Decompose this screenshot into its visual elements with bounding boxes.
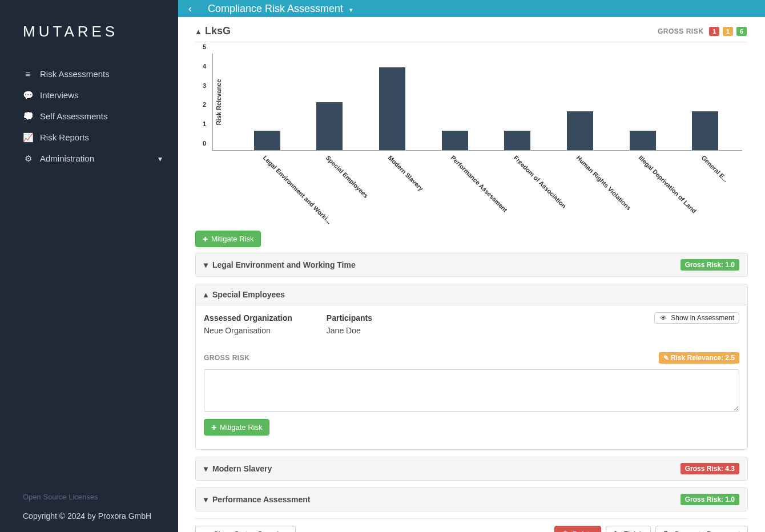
bar-slot <box>674 111 736 150</box>
button-label: Finish <box>623 530 643 532</box>
field-value: Jane Doe <box>327 326 372 335</box>
mitigate-risk-button[interactable]: Mitigate Risk <box>204 419 269 436</box>
bar[interactable] <box>379 67 405 150</box>
bubble-icon: 💭 <box>23 111 33 122</box>
x-tick: Modern Slavery <box>361 151 424 225</box>
x-axis-labels: Legal Environment and Worki...Special Em… <box>235 151 736 225</box>
bar[interactable] <box>567 111 593 150</box>
chevron-down-icon <box>204 495 208 504</box>
panel-title-text: Modern Slavery <box>212 464 272 473</box>
panel-header[interactable]: Performance Assessment Gross Risk: 1.0 <box>196 488 747 511</box>
section-toggle[interactable]: LksG <box>196 25 231 37</box>
file-icon: 🗎 <box>663 530 670 532</box>
x-tick: Legal Environment and Worki... <box>235 151 298 225</box>
list-icon: ≡ <box>23 69 33 79</box>
y-tick: 2 <box>203 101 206 108</box>
bar-slot <box>549 111 611 150</box>
panel-legal-environment: Legal Environment and Working Time Gross… <box>195 253 748 277</box>
panel-header[interactable]: Legal Environment and Working Time Gross… <box>196 253 747 276</box>
finish-button[interactable]: ⚑ Finish <box>606 526 651 532</box>
field-value: Neue Organisation <box>204 326 292 335</box>
show-status-overview-button[interactable]: ← Show Status Overview <box>195 526 296 532</box>
gross-risk-label: GROSS RISK <box>204 354 249 362</box>
topbar: ‹ Compliance Risk Assessment ▾ <box>178 0 765 17</box>
button-label: Show Status Overview <box>214 530 288 532</box>
plus-icon <box>203 235 208 243</box>
panel-modern-slavery: Modern Slavery Gross Risk: 4.3 <box>195 457 748 481</box>
copyright: Copyright © 2024 by Proxora GmbH <box>23 511 155 521</box>
chat-icon: 💬 <box>23 90 33 100</box>
panel-body: Assessed Organization Neue Organisation … <box>196 305 747 449</box>
panel-performance-assessment: Performance Assessment Gross Risk: 1.0 <box>195 487 748 511</box>
arrow-left-icon: ← <box>203 530 210 532</box>
sidebar-item-self-assessments[interactable]: 💭 Self Assessments <box>0 106 178 127</box>
gross-risk-badge: Gross Risk: 1.0 <box>681 259 739 271</box>
mitigate-risk-button[interactable]: Mitigate Risk <box>195 231 261 247</box>
sidebar-item-risk-assessments[interactable]: ≡ Risk Assessments <box>0 63 178 84</box>
x-tick: General E... <box>674 151 736 225</box>
section-title: LksG <box>205 25 231 37</box>
gross-badge-green: 6 <box>736 27 747 36</box>
button-label: Show in Assessment <box>671 314 734 322</box>
sidebar-footer: Open Source Licenses Copyright © 2024 by… <box>0 483 178 532</box>
sidebar-item-administration[interactable]: ⚙ Administration <box>0 148 178 169</box>
sidebar-item-interviews[interactable]: 💬 Interviews <box>0 84 178 106</box>
trash-icon: 🗑 <box>562 530 569 532</box>
back-icon[interactable]: ‹ <box>184 3 196 15</box>
chevron-up-icon <box>196 25 200 37</box>
chevron-down-icon <box>204 260 208 269</box>
flag-icon: ⚑ <box>613 530 620 532</box>
x-tick: Freedom of Association <box>486 151 549 225</box>
content: LksG GROSS RISK 1 1 6 Risk Relevance 012… <box>178 17 765 532</box>
risk-relevance-badge[interactable]: ✎ Risk Relevance: 2.5 <box>659 352 739 364</box>
page-title-dropdown[interactable]: Compliance Risk Assessment ▾ <box>208 3 353 15</box>
panel-header[interactable]: Modern Slavery Gross Risk: 4.3 <box>196 457 747 480</box>
generate-document-button[interactable]: 🗎 Generate Document <box>655 526 748 532</box>
y-axis-label: Risk Relevance <box>215 79 222 125</box>
bar-slot <box>611 131 674 150</box>
chevron-down-icon <box>158 154 162 163</box>
plus-icon <box>211 423 216 432</box>
sidebar-item-risk-reports[interactable]: 📈 Risk Reports <box>0 127 178 148</box>
panel-title-text: Performance Assessment <box>212 495 310 504</box>
chart-container: Risk Relevance 012345 Legal Environment … <box>195 48 748 225</box>
sidebar-item-label: Risk Reports <box>40 132 89 142</box>
panel-header[interactable]: Special Employees <box>196 284 747 305</box>
panel-title-text: Legal Environment and Working Time <box>212 260 356 269</box>
y-tick: 0 <box>203 140 206 147</box>
sidebar-item-label: Interviews <box>40 90 79 100</box>
bar-slot <box>424 131 486 150</box>
chevron-up-icon <box>204 290 208 299</box>
x-tick: Performance Assessment <box>423 151 486 225</box>
bar-slot <box>361 67 424 150</box>
open-source-link[interactable]: Open Source Licenses <box>23 493 155 501</box>
show-in-assessment-button[interactable]: 👁 Show in Assessment <box>654 312 739 324</box>
bar-slot <box>236 131 299 150</box>
bar-slot <box>486 131 549 150</box>
button-label: Generate Document <box>674 530 740 532</box>
bar-slot <box>299 102 361 151</box>
bar[interactable] <box>254 131 280 150</box>
gross-risk-badge: Gross Risk: 1.0 <box>681 494 739 505</box>
button-label: Mitigate Risk <box>211 235 253 243</box>
chevron-down-icon <box>204 464 208 473</box>
eye-icon: 👁 <box>659 314 667 322</box>
button-label: Mitigate Risk <box>220 423 262 432</box>
field-label: Assessed Organization <box>204 313 292 323</box>
x-tick: Illegal Deprivation of Land <box>611 151 674 225</box>
bar[interactable] <box>630 131 656 150</box>
badge-text: Risk Relevance: 2.5 <box>671 354 735 362</box>
gross-badge-orange: 1 <box>723 27 733 36</box>
sidebar-item-label: Risk Assessments <box>40 69 110 79</box>
assessed-org-block: Assessed Organization Neue Organisation <box>204 313 292 335</box>
bar[interactable] <box>504 131 530 150</box>
delete-button[interactable]: 🗑 Delete <box>554 526 602 532</box>
bar[interactable] <box>442 131 468 150</box>
bar[interactable] <box>692 111 718 150</box>
field-label: Participants <box>327 313 372 323</box>
gross-risk-textarea[interactable] <box>204 369 739 412</box>
bars-row <box>236 54 736 150</box>
y-tick: 5 <box>203 43 206 50</box>
bar[interactable] <box>316 102 343 151</box>
gross-risk-badge: Gross Risk: 4.3 <box>681 463 739 474</box>
